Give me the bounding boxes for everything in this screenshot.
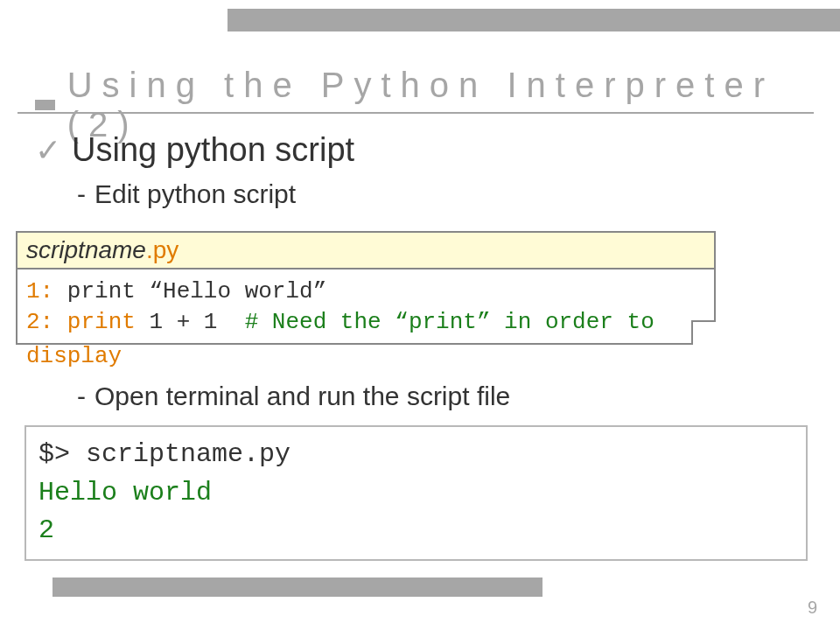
- line1-rest: “Hello world”: [149, 278, 326, 304]
- footer-accent-bar: [52, 578, 542, 597]
- terminal-command: $> scriptname.py: [38, 436, 794, 474]
- bullet3-text: Open terminal and run the script file: [94, 382, 510, 410]
- checkmark-icon: ✓: [35, 135, 61, 166]
- terminal-output-2: 2: [38, 512, 794, 550]
- dash-icon: -: [77, 382, 86, 410]
- bullet1-text: Using python script: [72, 131, 354, 169]
- page-fold-icon: [691, 320, 716, 345]
- line1-number: 1:: [26, 278, 53, 304]
- line2-comment: # Need the “print” in order to: [245, 309, 654, 335]
- file-body: 1: print “Hello world” 2: print 1 + 1 # …: [16, 270, 716, 345]
- filename-ext: .py: [146, 236, 178, 263]
- dash-icon: -: [77, 179, 86, 208]
- page-number: 9: [808, 598, 817, 618]
- terminal-box: $> scriptname.py Hello world 2: [24, 425, 808, 561]
- filename-base: scriptname: [26, 236, 146, 263]
- file-header: scriptname.py: [16, 231, 716, 270]
- bullet-level1: ✓ Using python script: [35, 131, 814, 169]
- overflow-text: display: [26, 343, 716, 369]
- terminal-output-1: Hello world: [38, 474, 794, 513]
- bullet-level2: -Edit python script: [77, 179, 814, 209]
- line2-mid: 1 + 1: [149, 309, 244, 335]
- title-underline: [18, 112, 814, 114]
- title-tick-icon: [35, 100, 55, 110]
- line2-number: 2:: [26, 309, 53, 335]
- bullet-level2-second: -Open terminal and run the script file: [77, 382, 510, 411]
- line2-keyword: print: [53, 309, 149, 335]
- script-file-box: scriptname.py 1: print “Hello world” 2: …: [16, 231, 716, 369]
- bullet2-text: Edit python script: [94, 179, 296, 208]
- line1-keyword: print: [53, 278, 149, 304]
- header-accent-bar: [228, 9, 840, 32]
